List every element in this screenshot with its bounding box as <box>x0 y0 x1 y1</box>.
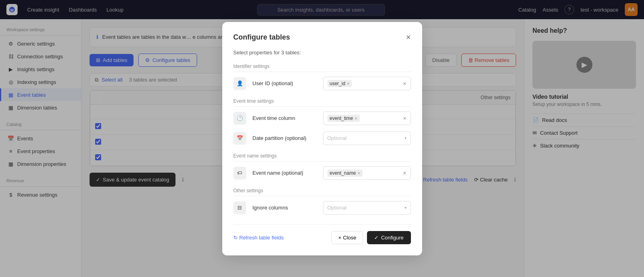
modal-subtitle: Select properties for 3 tables: <box>233 50 411 56</box>
ignore-columns-row: ⊟ Ignore columns Optional ▾ <box>233 201 411 215</box>
event-time-tag: event_time × <box>327 115 360 122</box>
date-partition-label: Date partition (optional) <box>253 135 317 141</box>
event-name-clear[interactable]: × <box>403 170 406 176</box>
check-icon-modal: ✓ <box>374 235 379 241</box>
user-id-clear[interactable]: × <box>403 80 406 87</box>
modal-footer-right: × Close ✓ Configure <box>331 231 411 244</box>
date-partition-row: 📅 Date partition (optional) Optional ▾ <box>233 132 411 145</box>
tag-icon: 🏷 <box>233 167 246 179</box>
configure-tables-modal: Configure tables × Select properties for… <box>222 22 422 255</box>
event-name-input[interactable]: event_name × × <box>323 166 411 180</box>
date-icon: 📅 <box>233 132 246 145</box>
event-time-input[interactable]: event_time × × <box>323 112 411 125</box>
x-icon: × <box>338 235 341 241</box>
user-id-label: User ID (optional) <box>253 80 317 86</box>
modal-overlay: Configure tables × Select properties for… <box>0 0 644 277</box>
event-name-tag: event_name × <box>327 169 363 177</box>
event-name-row: 🏷 Event name (optional) event_name × × <box>233 166 411 180</box>
event-name-section: Event name settings 🏷 Event name (option… <box>233 153 411 180</box>
event-time-row: 🕐 Event time column event_time × × <box>233 112 411 125</box>
event-time-section: Event time settings 🕐 Event time column … <box>233 98 411 145</box>
modal-footer: ↻ Refresh table fields × Close ✓ Configu… <box>233 224 411 244</box>
modal-footer-left: ↻ Refresh table fields <box>233 235 284 241</box>
user-id-tag-remove[interactable]: × <box>347 81 349 86</box>
ignore-columns-placeholder: Optional <box>327 205 347 211</box>
event-name-label: Event name (optional) <box>253 170 317 176</box>
user-id-tag: user_id × <box>327 80 352 87</box>
event-name-section-label: Event name settings <box>233 153 411 161</box>
other-settings-section: Other settings ⊟ Ignore columns Optional… <box>233 188 411 215</box>
event-time-tag-remove[interactable]: × <box>355 116 357 121</box>
identifier-section: Identifier settings 👤 User ID (optional)… <box>233 64 411 90</box>
modal-close-x-button[interactable]: × Close <box>331 231 363 244</box>
event-time-clear[interactable]: × <box>403 115 406 122</box>
modal-configure-button[interactable]: ✓ Configure <box>367 231 411 244</box>
user-icon: 👤 <box>233 77 246 90</box>
user-id-row: 👤 User ID (optional) user_id × × <box>233 77 411 90</box>
user-id-input[interactable]: user_id × × <box>323 77 411 90</box>
identifier-section-label: Identifier settings <box>233 64 411 72</box>
refresh-icon-modal: ↻ <box>233 235 238 241</box>
date-partition-placeholder: Optional <box>327 135 347 141</box>
other-settings-section-label: Other settings <box>233 188 411 196</box>
event-name-tag-remove[interactable]: × <box>358 171 360 175</box>
modal-header: Configure tables × <box>233 33 411 42</box>
date-partition-input[interactable]: Optional ▾ <box>323 132 411 145</box>
modal-close-button[interactable]: × <box>406 33 411 41</box>
columns-icon: ⊟ <box>233 201 246 214</box>
modal-refresh-button[interactable]: ↻ Refresh table fields <box>233 235 284 241</box>
modal-title: Configure tables <box>233 33 290 42</box>
event-time-label: Event time column <box>253 115 317 121</box>
chevron-down-icon-2: ▾ <box>405 205 407 210</box>
clock-icon: 🕐 <box>233 112 246 125</box>
ignore-columns-input[interactable]: Optional ▾ <box>323 201 411 215</box>
chevron-down-icon: ▾ <box>405 136 407 140</box>
event-time-section-label: Event time settings <box>233 98 411 107</box>
ignore-columns-label: Ignore columns <box>253 205 317 211</box>
